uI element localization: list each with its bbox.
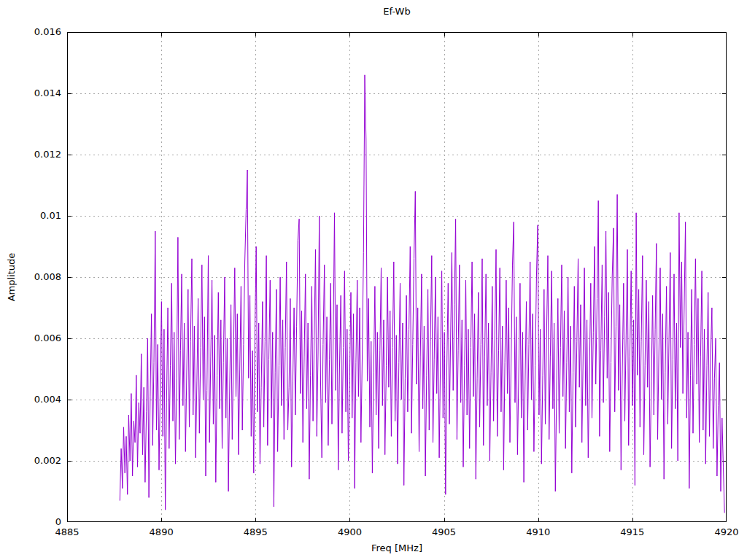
y-tick-label: 0.014 — [16, 88, 61, 99]
plot-canvas — [67, 32, 727, 522]
y-tick-label: 0.01 — [16, 210, 61, 222]
x-tick-label: 4890 — [135, 526, 187, 538]
y-tick-label: 0.002 — [16, 455, 61, 467]
y-tick-label: 0.004 — [16, 394, 61, 405]
y-tick-label: 0.006 — [16, 332, 61, 344]
y-tick-label: 0.008 — [16, 271, 61, 283]
y-tick-label: 0.012 — [16, 149, 61, 160]
x-tick-label: 4895 — [229, 526, 282, 538]
chart-title: Ef-Wb — [67, 6, 727, 18]
x-tick-label: 4915 — [606, 526, 659, 538]
x-tick-label: 4905 — [418, 526, 471, 538]
x-axis-label: Freq [MHz] — [67, 542, 727, 554]
plot-area — [67, 32, 727, 522]
x-tick-label: 4900 — [323, 526, 376, 538]
x-tick-label: 4920 — [700, 526, 747, 538]
y-tick-label: 0.016 — [16, 26, 61, 38]
signal-trace — [120, 75, 724, 513]
x-tick-label: 4910 — [512, 526, 565, 538]
chart-figure: Ef-Wb Amplitude 00.0020.0040.0060.0080.0… — [0, 0, 747, 560]
x-tick-label: 4885 — [41, 526, 93, 538]
y-axis-label: Amplitude — [6, 253, 17, 302]
